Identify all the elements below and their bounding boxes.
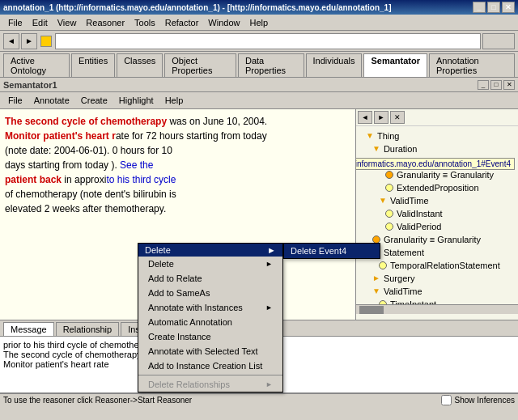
cm-add-sameas-label: Add to SameAs [148, 288, 210, 298]
url-input[interactable]: annotation_1 (http://informatics.mayo.ed… [55, 33, 481, 49]
show-inferences: Show Inferences [441, 395, 516, 405]
menu-edit[interactable]: Edit [28, 16, 53, 29]
cm-item-annotate-selected[interactable]: Annotate with Selected Text [138, 344, 282, 358]
circle-icon-ext [385, 184, 393, 192]
tab-data-properties[interactable]: Data Properties [238, 53, 304, 77]
tab-individuals[interactable]: Individuals [306, 53, 363, 77]
tab-object-properties[interactable]: Object Properties [164, 53, 236, 77]
semantator-menu: File Annotate Create Highlight Help [0, 92, 518, 109]
text-normal-3: (note date: 2004-06-01). [5, 145, 113, 156]
menu-reasoner[interactable]: Reasoner [81, 16, 130, 29]
cm-del-rel-arrow: ► [265, 380, 273, 388]
tree-item-surgery[interactable]: ► Surgery [358, 272, 516, 285]
tree-item-validperiod[interactable]: ValidPeriod [358, 220, 516, 233]
menu-window[interactable]: Window [203, 16, 244, 29]
cm-annotate-instances-label: Annotate with Instances [148, 303, 243, 312]
btab-message[interactable]: Message [3, 322, 54, 336]
tree-item-validinstant[interactable]: ValidInstant [358, 207, 516, 220]
onto-close-button[interactable]: ✕ [390, 111, 405, 124]
menu-bar: File Edit View Reasoner Tools Refactor W… [0, 15, 518, 31]
tree-item-validtime2[interactable]: ▼ ValidTime [358, 285, 516, 298]
circle-icon-vi [385, 210, 393, 218]
toolbar: ◄ ► annotation_1 (http://informatics.may… [0, 31, 518, 52]
semantator-menu-file[interactable]: File [3, 94, 28, 107]
text-normal-6: in approxi [62, 174, 106, 185]
cm-item-auto-annotation[interactable]: Automatic Annotation [138, 315, 282, 329]
semantator-label: Semantator1 [3, 80, 57, 90]
tree-item-extended-prop[interactable]: ExtendedProposition [358, 181, 516, 194]
tree-item-temporal-rel[interactable]: TemporalRelationStatement [358, 259, 516, 272]
folder-icon-surgery: ► [372, 272, 380, 285]
tree-item-duration[interactable]: ▼ Duration [358, 142, 516, 155]
back-button[interactable]: ◄ [3, 33, 19, 49]
maximize-button[interactable]: □ [487, 2, 500, 13]
tree-item-validtime1[interactable]: ▼ ValidTime [358, 194, 516, 207]
tree-item-granularity2[interactable]: Granularity ≡ Granularity [358, 233, 516, 246]
ontology-tree: ▼ Thing ▼ Duration ▼ Entity [356, 126, 518, 304]
cm-add-relate-label: Add to Relate [148, 274, 202, 283]
cm-delete-arrow: ► [265, 260, 273, 268]
main-content: The second cycle of chemotherapy was on … [0, 109, 518, 320]
minimize-button[interactable]: _ [473, 2, 486, 13]
cm-item-add-sameas[interactable]: Add to SameAs [138, 286, 282, 300]
ontology-panel: ◄ ► ✕ ▼ Thing ▼ Duration [356, 109, 518, 320]
window-title: annotation_1 (http://informatics.mayo.ed… [3, 3, 391, 12]
cm-item-delete[interactable]: Delete ► [138, 257, 282, 271]
delete-submenu: Delete Event4 [283, 243, 380, 259]
onto-back-button[interactable]: ◄ [358, 111, 372, 124]
context-menu-title: Delete [145, 245, 171, 255]
panel-minimize-button[interactable]: _ [478, 80, 489, 90]
tab-active-ontology[interactable]: Active Ontology [3, 53, 70, 77]
tab-entities[interactable]: Entities [71, 53, 115, 77]
context-menu-header: Delete ► [138, 244, 282, 257]
context-menu: Delete ► Delete ► Add to Relate Add to S… [138, 243, 283, 392]
menu-file[interactable]: File [3, 16, 28, 29]
title-bar-controls: _ □ ✕ [473, 2, 515, 13]
close-button[interactable]: ✕ [502, 2, 515, 13]
cm-auto-annotation-label: Automatic Annotation [148, 317, 232, 327]
menu-view[interactable]: View [53, 16, 82, 29]
onto-scrollbar[interactable] [356, 304, 518, 314]
onto-forward-button[interactable]: ► [374, 111, 388, 124]
semantator-menu-create[interactable]: Create [76, 94, 113, 107]
show-inferences-checkbox[interactable] [441, 395, 452, 405]
circle-icon-ti [379, 300, 387, 304]
tree-item-thing[interactable]: ▼ Thing [358, 129, 516, 142]
menu-help[interactable]: Help [244, 16, 273, 29]
cm-item-add-relate[interactable]: Add to Relate [138, 271, 282, 286]
circle-icon-trs [379, 261, 387, 269]
semantator-menu-help[interactable]: Help [160, 94, 189, 107]
menu-refactor[interactable]: Refactor [160, 16, 204, 29]
cm-separator [138, 375, 282, 375]
menu-tools[interactable]: Tools [130, 16, 160, 29]
tab-annotation-properties[interactable]: Annotation Properties [429, 53, 515, 77]
panel-close-button[interactable]: ✕ [503, 80, 515, 90]
status-message: To use the reasoner click Reasoner->Star… [3, 396, 192, 405]
cm-item-add-instance-list[interactable]: Add to Instance Creation List [138, 358, 282, 373]
dsm-delete-event4-label: Delete Event4 [291, 246, 346, 256]
tree-item-statement[interactable]: ▼ Statement [358, 246, 516, 259]
tree-item-timeinstant[interactable]: TimeInstant [358, 298, 516, 304]
show-inferences-label: Show Inferences [455, 396, 516, 405]
text-normal-2: ate for 72 hours starting from today [116, 130, 267, 142]
btab-relationship[interactable]: Relationship [56, 322, 120, 336]
cm-delete-rel-label: Delete Relationships [148, 380, 230, 389]
dsm-item-delete-event4[interactable]: Delete Event4 [284, 244, 380, 258]
tab-semantator[interactable]: Semantator [363, 53, 427, 77]
tabs-row1: Active Ontology Entities Classes Object … [0, 52, 518, 78]
text-normal-paren: ). [111, 159, 120, 171]
text-normal-7: of chemotherapy (note d [5, 189, 110, 200]
search-box[interactable] [482, 33, 515, 49]
folder-icon-validtime2: ▼ [372, 285, 380, 298]
cm-item-create-instance[interactable]: Create Instance [138, 329, 282, 344]
cm-item-delete-relationships: Delete Relationships ► [138, 377, 282, 392]
tree-item-granularity1[interactable]: Granularity ≡ Granularity [358, 168, 516, 181]
semantator-menu-highlight[interactable]: Highlight [114, 94, 159, 107]
forward-button[interactable]: ► [21, 33, 37, 49]
panel-maximize-button[interactable]: □ [490, 80, 502, 90]
status-bar: To use the reasoner click Reasoner->Star… [0, 393, 518, 406]
cm-arrow-icon: ► [267, 245, 276, 255]
cm-item-annotate-instances[interactable]: Annotate with Instances ► [138, 300, 282, 315]
semantator-menu-annotate[interactable]: Annotate [29, 94, 74, 107]
tab-classes[interactable]: Classes [117, 53, 163, 77]
